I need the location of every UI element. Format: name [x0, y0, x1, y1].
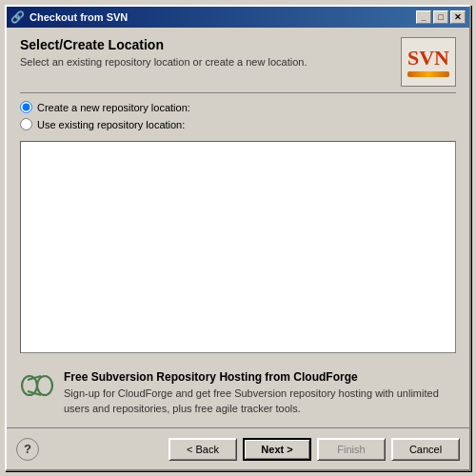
- back-button[interactable]: < Back: [169, 438, 237, 461]
- promo-body: Sign-up for CloudForge and get free Subv…: [64, 387, 456, 416]
- svn-logo: SVN: [401, 37, 456, 87]
- titlebar-title: Checkout from SVN: [30, 11, 416, 23]
- create-new-option[interactable]: Create a new repository location:: [20, 101, 456, 113]
- main-content: Select/Create Location Select an existin…: [7, 28, 469, 427]
- titlebar: 🔗 Checkout from SVN _ □ ✕: [7, 7, 469, 28]
- promo-icon: [20, 372, 54, 406]
- maximize-button[interactable]: □: [433, 10, 448, 24]
- titlebar-icon: 🔗: [10, 10, 25, 24]
- create-new-radio[interactable]: [20, 101, 32, 113]
- repository-list[interactable]: [20, 141, 456, 353]
- next-button[interactable]: Next >: [243, 438, 311, 461]
- promo-title: Free Subversion Repository Hosting from …: [64, 370, 456, 384]
- use-existing-option[interactable]: Use existing repository location:: [20, 118, 456, 130]
- cancel-button[interactable]: Cancel: [391, 438, 460, 461]
- svn-logo-decoration: [407, 71, 449, 77]
- header-subtitle: Select an existing repository location o…: [20, 56, 391, 68]
- main-window: 🔗 Checkout from SVN _ □ ✕ Select/Create …: [5, 5, 471, 471]
- close-button[interactable]: ✕: [450, 10, 466, 24]
- use-existing-label: Use existing repository location:: [37, 119, 185, 130]
- use-existing-radio[interactable]: [20, 118, 32, 130]
- footer-buttons: < Back Next > Finish Cancel: [169, 438, 460, 461]
- header-title: Select/Create Location: [20, 37, 391, 52]
- header-section: Select/Create Location Select an existin…: [20, 37, 456, 87]
- help-button[interactable]: ?: [16, 438, 39, 461]
- svg-point-1: [37, 376, 52, 395]
- header-divider: [20, 92, 456, 93]
- promo-section: Free Subversion Repository Hosting from …: [20, 363, 456, 420]
- create-new-label: Create a new repository location:: [37, 102, 190, 113]
- promo-text-block: Free Subversion Repository Hosting from …: [64, 370, 456, 416]
- finish-button[interactable]: Finish: [317, 438, 386, 461]
- svn-logo-text: SVN: [407, 48, 449, 69]
- minimize-button[interactable]: _: [416, 10, 431, 24]
- titlebar-controls: _ □ ✕: [416, 10, 466, 24]
- radio-group: Create a new repository location: Use ex…: [20, 101, 456, 135]
- footer: ? < Back Next > Finish Cancel: [7, 427, 469, 469]
- header-text: Select/Create Location Select an existin…: [20, 37, 391, 68]
